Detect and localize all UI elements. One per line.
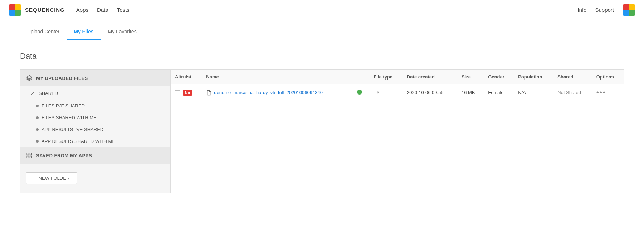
table-row: No genome_marcelina_hardy_v5_full_202010… bbox=[171, 84, 624, 101]
table-body: No genome_marcelina_hardy_v5_full_202010… bbox=[171, 84, 624, 101]
altruist-no-badge: No bbox=[183, 90, 192, 96]
tab-my-files[interactable]: My Files bbox=[67, 23, 101, 40]
file-name-link[interactable]: genome_marcelina_hardy_v5_full_202010060… bbox=[206, 90, 348, 96]
support-link[interactable]: Support bbox=[595, 7, 614, 13]
svg-rect-1 bbox=[27, 153, 29, 155]
cell-name: genome_marcelina_hardy_v5_full_202010060… bbox=[202, 84, 353, 101]
bullet-icon bbox=[36, 116, 39, 119]
files-shared-with-me-label: FILES SHARED WITH ME bbox=[42, 115, 97, 120]
plus-icon: + bbox=[34, 176, 36, 181]
nav-tests[interactable]: Tests bbox=[117, 5, 130, 14]
cell-quality bbox=[353, 84, 369, 101]
shared-label: SHARED bbox=[39, 91, 58, 96]
altruist-checkbox[interactable] bbox=[175, 90, 180, 95]
sidebar: MY UPLOADED FILES ↗ SHARED FILES I'VE SH… bbox=[20, 70, 171, 193]
tabs-bar: Upload Center My Files My Favorites bbox=[0, 23, 644, 40]
files-ive-shared-label: FILES I'VE SHARED bbox=[42, 103, 85, 109]
cell-gender: Female bbox=[484, 84, 514, 101]
sidebar-sub-app-results-shared-with-me[interactable]: APP RESULTS SHARED WITH ME bbox=[20, 135, 170, 147]
cell-size: 16 MB bbox=[457, 84, 484, 101]
col-altruist: Altruist bbox=[171, 70, 202, 84]
col-shared: Shared bbox=[553, 70, 592, 84]
shared-status: Not Shared bbox=[557, 90, 581, 95]
cell-date-created: 2020-10-06 09:55 bbox=[402, 84, 457, 101]
main-layout: MY UPLOADED FILES ↗ SHARED FILES I'VE SH… bbox=[20, 69, 624, 193]
cell-shared: Not Shared bbox=[553, 84, 592, 101]
sequencing-logo-icon bbox=[9, 4, 21, 16]
bullet-icon bbox=[36, 140, 39, 143]
header-right: Info Support bbox=[577, 4, 635, 16]
cell-population: N/A bbox=[514, 84, 553, 101]
cell-file-type: TXT bbox=[369, 84, 402, 101]
col-name: Name bbox=[202, 70, 353, 84]
col-options: Options bbox=[592, 70, 624, 84]
quality-indicator bbox=[357, 90, 362, 95]
file-name-text: genome_marcelina_hardy_v5_full_202010060… bbox=[214, 90, 323, 95]
sidebar-section-my-uploaded-files[interactable]: MY UPLOADED FILES bbox=[20, 70, 170, 86]
svg-rect-3 bbox=[27, 156, 29, 158]
share-icon: ↗ bbox=[30, 90, 35, 96]
col-date-created: Date created bbox=[402, 70, 457, 84]
sidebar-section-saved-from-my-apps[interactable]: SAVED FROM MY APPS bbox=[20, 147, 170, 164]
tab-my-favorites[interactable]: My Favorites bbox=[101, 23, 144, 40]
grid-icon bbox=[26, 152, 33, 159]
sidebar-footer: + NEW FOLDER bbox=[20, 164, 170, 193]
app-header: SEQUENCING Apps Data Tests Info Support bbox=[0, 0, 644, 20]
saved-from-my-apps-label: SAVED FROM MY APPS bbox=[36, 153, 92, 158]
file-icon bbox=[206, 90, 212, 96]
file-table: Altruist Name File type Date created Siz… bbox=[171, 70, 624, 101]
layers-icon bbox=[26, 75, 33, 81]
info-link[interactable]: Info bbox=[577, 7, 586, 13]
main-nav: Apps Data Tests bbox=[76, 5, 578, 14]
col-file-type: File type bbox=[369, 70, 402, 84]
nav-apps[interactable]: Apps bbox=[76, 5, 88, 14]
svg-rect-4 bbox=[30, 156, 32, 158]
sidebar-sub-app-results-ive-shared[interactable]: APP RESULTS I'VE SHARED bbox=[20, 124, 170, 135]
table-header: Altruist Name File type Date created Siz… bbox=[171, 70, 624, 84]
nav-data[interactable]: Data bbox=[97, 5, 108, 14]
bullet-icon bbox=[36, 105, 39, 107]
new-folder-button[interactable]: + NEW FOLDER bbox=[26, 172, 77, 184]
page-content: Data MY UPLOADED FILES ↗ SHARED FI bbox=[0, 40, 644, 205]
col-quality bbox=[353, 70, 369, 84]
sidebar-item-shared[interactable]: ↗ SHARED bbox=[20, 86, 170, 100]
options-menu-button[interactable]: ••• bbox=[596, 88, 619, 97]
cell-altruist: No bbox=[171, 84, 202, 101]
new-folder-label: NEW FOLDER bbox=[39, 176, 70, 181]
my-uploaded-files-label: MY UPLOADED FILES bbox=[36, 76, 88, 81]
logo-text: SEQUENCING bbox=[25, 7, 65, 13]
app-results-ive-shared-label: APP RESULTS I'VE SHARED bbox=[42, 127, 103, 132]
sidebar-sub-files-ive-shared[interactable]: FILES I'VE SHARED bbox=[20, 100, 170, 112]
col-gender: Gender bbox=[484, 70, 514, 84]
page-title: Data bbox=[20, 52, 624, 61]
file-table-area: Altruist Name File type Date created Siz… bbox=[171, 70, 624, 193]
header-right-logo bbox=[623, 4, 635, 16]
tab-upload-center[interactable]: Upload Center bbox=[20, 23, 67, 40]
col-population: Population bbox=[514, 70, 553, 84]
col-size: Size bbox=[457, 70, 484, 84]
app-results-shared-with-me-label: APP RESULTS SHARED WITH ME bbox=[42, 139, 115, 144]
cell-options[interactable]: ••• bbox=[592, 84, 624, 101]
bullet-icon bbox=[36, 128, 39, 131]
logo-area: SEQUENCING bbox=[9, 4, 65, 16]
sidebar-sub-files-shared-with-me[interactable]: FILES SHARED WITH ME bbox=[20, 112, 170, 124]
svg-rect-2 bbox=[30, 153, 32, 155]
